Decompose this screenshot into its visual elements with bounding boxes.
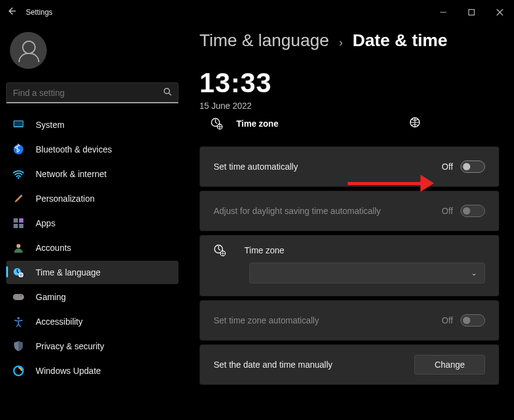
timezone-card-label: Time zone [244,245,284,255]
apps-icon [12,217,25,229]
nav-windows-update[interactable]: Windows Update [6,359,179,382]
gamepad-icon [12,291,25,303]
row-label: Set time zone automatically [214,315,319,325]
nav-bluetooth[interactable]: Bluetooth & devices [6,138,179,161]
timezone-summary: Time zone [199,114,499,133]
nav-label: Bluetooth & devices [36,145,112,154]
row-label: Set time automatically [214,162,298,172]
row-label: Adjust for daylight saving time automati… [214,206,381,216]
update-icon [12,365,25,377]
svg-point-10 [17,244,20,248]
content: Time & language › Date & time 13:33 15 J… [185,25,514,420]
breadcrumb-current: Date & time [353,31,448,50]
card-manual-datetime: Set the date and time manually Change [199,344,499,385]
minimize-button[interactable] [429,0,457,25]
nav-label: System [36,120,65,130]
card-dst-auto: Adjust for daylight saving time automati… [199,191,499,231]
svg-rect-6 [14,218,18,223]
clock-globe-icon [12,266,25,279]
close-icon [496,9,504,16]
svg-rect-0 [469,10,475,15]
clock-globe-icon [214,244,226,256]
nav-privacy[interactable]: Privacy & security [6,335,179,358]
set-time-auto-toggle[interactable] [460,160,485,173]
svg-point-1 [164,89,170,94]
timezone-select[interactable]: ⌄ [249,263,485,283]
nav-label: Accounts [36,243,71,253]
close-button[interactable] [486,0,514,25]
nav-network[interactable]: Network & internet [6,162,179,186]
avatar[interactable] [10,32,47,69]
nav-label: Apps [36,218,55,228]
brush-icon [12,192,25,205]
titlebar: Settings [0,0,514,25]
nav-label: Gaming [36,292,66,302]
bluetooth-icon [12,143,25,156]
nav-accessibility[interactable]: Accessibility [6,310,179,333]
change-button[interactable]: Change [414,355,485,374]
monitor-icon [12,119,25,131]
shield-icon [12,340,25,352]
svg-point-15 [22,297,23,298]
nav-label: Privacy & security [36,341,104,351]
nav-time-language[interactable]: Time & language [6,261,179,284]
nav-list: System Bluetooth & devices Network & int… [6,113,179,382]
row-label: Set the date and time manually [214,360,332,370]
set-tz-auto-toggle [460,314,485,327]
nav-label: Windows Update [36,366,101,376]
user-icon [12,242,25,254]
maximize-button[interactable] [457,0,486,25]
chevron-right-icon: › [339,36,343,49]
timezone-label: Time zone [236,119,278,129]
clock-globe-icon [211,117,223,130]
card-timezone: Time zone ⌄ [199,235,499,296]
nav-label: Network & internet [36,169,106,179]
toggle-state: Off [442,315,453,325]
nav-accounts[interactable]: Accounts [6,236,179,260]
search-icon [163,87,172,98]
window-title: Settings [26,8,52,17]
nav-label: Accessibility [36,317,82,327]
svg-rect-7 [19,218,23,223]
current-time: 13:33 [199,68,499,98]
current-date: 15 June 2022 [199,101,499,111]
chevron-down-icon: ⌄ [471,269,477,277]
svg-rect-8 [14,224,18,228]
nav-label: Time & language [36,267,100,277]
dst-auto-toggle [460,205,485,217]
svg-rect-3 [14,121,23,127]
accessibility-icon [12,315,25,328]
card-set-tz-auto: Set time zone automatically Off [199,300,499,341]
search-field[interactable] [6,82,179,103]
svg-point-16 [17,317,20,320]
breadcrumb: Time & language › Date & time [199,31,499,50]
svg-rect-9 [19,224,23,228]
card-set-time-auto: Set time automatically Off [199,146,499,187]
arrow-left-icon [7,6,17,16]
nav-label: Personalization [36,194,95,204]
minimize-icon [440,9,447,16]
wifi-icon [12,168,25,180]
maximize-icon [468,9,475,16]
globe-icon [409,117,420,130]
nav-apps[interactable]: Apps [6,212,179,235]
back-button[interactable] [7,6,17,18]
nav-gaming[interactable]: Gaming [6,285,179,309]
svg-point-5 [18,177,20,179]
nav-system[interactable]: System [6,113,179,137]
nav-personalization[interactable]: Personalization [6,187,179,210]
search-input[interactable] [13,88,163,98]
svg-point-14 [20,295,22,296]
sidebar: System Bluetooth & devices Network & int… [0,25,185,420]
toggle-state: Off [442,206,453,216]
toggle-state: Off [442,162,453,172]
breadcrumb-parent[interactable]: Time & language [199,31,329,50]
